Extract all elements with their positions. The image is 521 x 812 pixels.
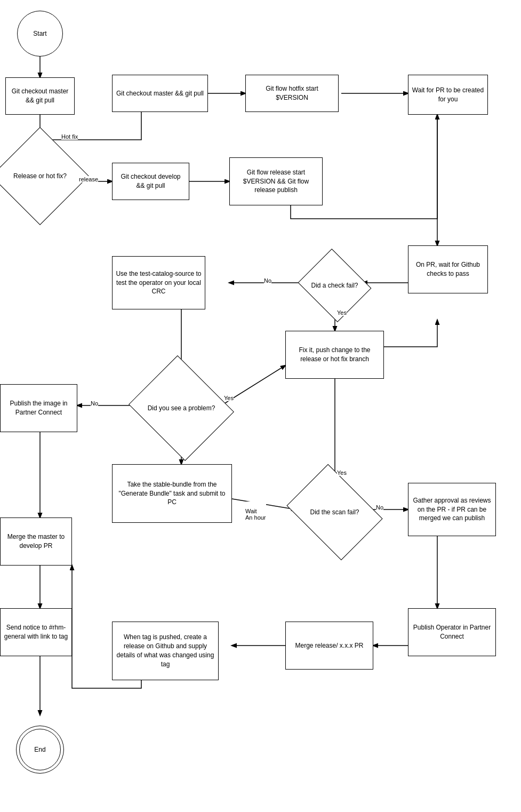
- send-notice-node: Send notice to #rhm-general with link to…: [0, 608, 72, 656]
- arrows-layer: [0, 0, 521, 812]
- send-notice-label: Send notice to #rhm-general with link to…: [4, 623, 68, 641]
- publish-operator-label: Publish Operator in Partner Connect: [412, 623, 492, 641]
- yes-scan-edge-label: Yes: [337, 469, 347, 476]
- wait-for-pr-label: Wait for PR to be created for you: [412, 86, 484, 104]
- git-checkout-develop-node: Git checkout develop && git pull: [112, 163, 189, 200]
- release-edge-label: release: [79, 176, 98, 182]
- did-see-problem-label: Did you see a problem?: [148, 404, 215, 413]
- publish-image-node: Publish the image in Partner Connect: [0, 384, 77, 432]
- git-checkout-master2-node: Git checkout master && git pull: [112, 75, 208, 112]
- hotfix-edge-label: Hot fix: [61, 133, 78, 140]
- fix-push-node: Fix it, push change to the release or ho…: [285, 331, 384, 379]
- merge-master-develop-node: Merge the master to develop PR: [0, 518, 72, 566]
- wait-hour-label: Wait An hour: [245, 501, 266, 521]
- no-check-edge-label: No: [264, 277, 271, 284]
- flowchart: Start Git checkout master && git pull Re…: [0, 0, 521, 812]
- merge-release-label: Merge release/ x.x.x PR: [295, 641, 363, 650]
- git-flow-release-node: Git flow release start $VERSION && Git f…: [229, 157, 323, 205]
- when-tag-pushed-node: When tag is pushed, create a release on …: [112, 622, 219, 680]
- no-scan-label: No: [376, 504, 383, 511]
- did-scan-fail-diamond: Did the scan fail?: [296, 483, 373, 542]
- publish-operator-node: Publish Operator in Partner Connect: [408, 608, 496, 656]
- release-hotfix-label: Release or hot fix?: [13, 172, 67, 181]
- hotfix-label: Hot fix: [61, 133, 78, 140]
- on-pr-wait-node: On PR, wait for Github checks to pass: [408, 245, 488, 293]
- git-checkout-master1-node: Git checkout master && git pull: [5, 77, 75, 115]
- use-test-catalog-node: Use the test-catalog-source to test the …: [112, 256, 205, 309]
- release-hotfix-diamond: Release or hot fix?: [5, 141, 75, 211]
- did-scan-fail-label: Did the scan fail?: [310, 508, 359, 517]
- when-tag-pushed-label: When tag is pushed, create a release on …: [116, 633, 215, 668]
- did-check-fail-diamond: Did a check fail?: [307, 261, 363, 309]
- start-node: Start: [17, 11, 63, 57]
- git-flow-hotfix-label: Git flow hotfix start $VERSION: [249, 84, 335, 102]
- end-label: End: [34, 746, 45, 753]
- git-flow-release-label: Git flow release start $VERSION && Git f…: [233, 168, 319, 195]
- merge-release-node: Merge release/ x.x.x PR: [285, 622, 373, 670]
- no-problem-label: No: [91, 400, 98, 407]
- publish-image-label: Publish the image in Partner Connect: [4, 399, 74, 417]
- take-stable-bundle-label: Take the stable-bundle from the "Generat…: [116, 480, 228, 507]
- yes-problem-edge-label: Yes: [224, 395, 234, 401]
- release-label: release: [79, 176, 98, 182]
- use-test-catalog-label: Use the test-catalog-source to test the …: [116, 269, 202, 296]
- did-see-problem-diamond: Did you see a problem?: [141, 373, 221, 443]
- no-problem-edge-label: No: [91, 400, 98, 407]
- wait-hour-text: Wait An hour: [245, 508, 266, 521]
- yes-scan-label: Yes: [337, 469, 347, 476]
- end-node: End: [16, 726, 64, 774]
- take-stable-bundle-node: Take the stable-bundle from the "Generat…: [112, 464, 232, 523]
- no-scan-edge-label: No: [376, 504, 383, 511]
- git-flow-hotfix-node: Git flow hotfix start $VERSION: [245, 75, 339, 112]
- did-check-fail-label: Did a check fail?: [311, 281, 358, 290]
- git-checkout-master2-label: Git checkout master && git pull: [116, 89, 204, 98]
- merge-master-develop-label: Merge the master to develop PR: [4, 532, 68, 551]
- fix-push-label: Fix it, push change to the release or ho…: [289, 346, 380, 364]
- yes-problem-label: Yes: [224, 395, 234, 401]
- on-pr-wait-label: On PR, wait for Github checks to pass: [412, 260, 484, 278]
- git-checkout1-label: Git checkout master && git pull: [9, 87, 71, 105]
- wait-for-pr-node: Wait for PR to be created for you: [408, 75, 488, 115]
- no-check-label: No: [264, 277, 271, 284]
- gather-approval-label: Gather approval as reviews on the PR - i…: [412, 496, 492, 523]
- git-checkout-develop-label: Git checkout develop && git pull: [116, 172, 186, 190]
- start-label: Start: [33, 30, 46, 37]
- yes-check-edge-label: Yes: [337, 309, 347, 316]
- yes-check-label: Yes: [337, 309, 347, 316]
- gather-approval-node: Gather approval as reviews on the PR - i…: [408, 483, 496, 536]
